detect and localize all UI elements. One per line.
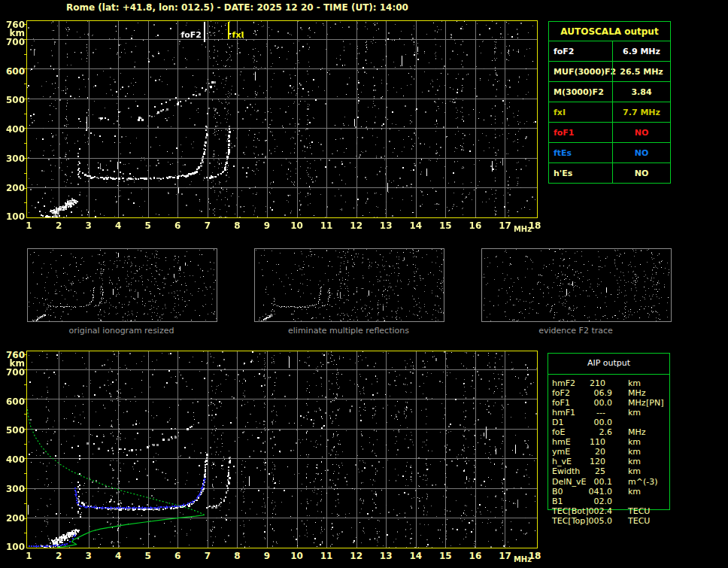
y-tick-label: 700 — [1, 368, 25, 378]
aip-table-title: AIP output — [548, 358, 669, 368]
y-axis-tick — [24, 173, 26, 174]
y-axis-tick — [24, 369, 26, 370]
y-tick-label: 600 — [1, 397, 25, 407]
aip-row-value: 120 — [571, 457, 605, 466]
aip-row-value: 002.4 — [571, 506, 612, 516]
y-axis-tick — [24, 39, 26, 40]
y-tick-label: 400 — [1, 125, 25, 135]
y-axis-tick — [24, 143, 26, 144]
x-tick-label: 7 — [196, 221, 219, 231]
aip-row-value: 00.0 — [571, 418, 612, 427]
autoscala-row-label: MUF(3000)F2 — [549, 62, 612, 81]
x-tick-label: 10 — [286, 221, 308, 231]
aip-row-value: 00.1 — [571, 477, 612, 487]
x-tick-label: 12 — [345, 221, 368, 231]
autoscala-row: fxI7.7 MHz — [549, 102, 670, 122]
x-tick-label: 1 — [18, 551, 41, 561]
y-axis-tick — [24, 414, 26, 415]
aip-row-value: 25 — [571, 466, 605, 476]
thumbnail-canvas-0 — [28, 249, 217, 321]
ionogram-top-canvas — [27, 21, 537, 217]
autoscala-output-table: AUTOSCALA outputfoF26.9 MHzMUF(3000)F226… — [548, 21, 671, 184]
x-tick-label: 13 — [375, 551, 397, 561]
x-tick-label: 7 — [196, 551, 219, 561]
aip-row-label: ymE — [552, 447, 570, 457]
ionogram-bottom-panel — [26, 351, 538, 548]
autoscala-row-label: ftEs — [549, 143, 612, 163]
window-title: Rome (lat: +41.8, lon: 012.5) - DATE: 20… — [66, 2, 408, 13]
x-tick-label: 3 — [77, 551, 100, 561]
autoscala-row-label: foF2 — [549, 41, 612, 61]
autoscala-row-value: NO — [612, 163, 670, 183]
aip-row-unit: km — [628, 437, 641, 447]
thumbnail-1 — [254, 248, 444, 322]
y-axis-tick — [24, 188, 26, 189]
y-tick-label: 400 — [1, 455, 25, 465]
aip-row-unit: MHz — [628, 388, 646, 398]
y-axis-tick — [24, 84, 26, 84]
y-axis-tick — [24, 128, 26, 129]
autoscala-row-label: foF1 — [549, 123, 612, 142]
y-tick-label: 700 — [1, 38, 25, 47]
fof2-marker-line — [204, 22, 205, 42]
aip-row-unit: TECU — [628, 506, 650, 516]
aip-row-value: 00.0 — [571, 398, 612, 408]
y-axis-tick — [24, 533, 26, 533]
thumbnail-2 — [481, 248, 672, 322]
x-tick-label: 15 — [434, 221, 457, 231]
thumbnail-caption-2: evidence F2 trace — [481, 326, 671, 336]
x-tick-label: 2 — [47, 221, 70, 231]
ionogram-bottom-canvas — [27, 351, 537, 548]
autoscala-row: foF26.9 MHz — [549, 41, 670, 61]
y-tick-label: 500 — [1, 96, 25, 105]
y-axis-tick — [24, 202, 26, 203]
aip-title-divider — [548, 374, 669, 375]
thumbnail-caption-1: eliminate multiple reflections — [253, 326, 444, 336]
aip-row-note: [PN] — [646, 398, 663, 408]
autoscala-row: h'EsNO — [549, 163, 670, 183]
aip-row-unit: km — [628, 378, 641, 388]
autoscala-output-window: Rome (lat: +41.8, lon: 012.5) - DATE: 20… — [0, 0, 728, 568]
autoscala-row: foF1NO — [549, 122, 670, 142]
x-axis-unit-label: MHz — [511, 224, 534, 234]
y-axis-tick — [24, 384, 26, 385]
aip-row-label: h_vE — [552, 457, 572, 466]
thumbnail-canvas-1 — [255, 249, 444, 321]
y-axis-tick — [24, 518, 26, 519]
aip-row-unit: km — [628, 457, 641, 466]
aip-row-label: foF1 — [552, 398, 570, 408]
aip-row-value: 06.9 — [571, 388, 612, 398]
aip-row-unit: MHz — [628, 398, 646, 408]
aip-row-label: foE — [552, 427, 566, 437]
x-tick-label: 11 — [315, 221, 338, 231]
foF2-marker-label: foF2 — [168, 30, 202, 40]
x-tick-label: 14 — [405, 551, 427, 561]
autoscala-row: ftEsNO — [549, 142, 670, 163]
x-tick-label: 12 — [345, 551, 368, 561]
aip-row-unit: km — [628, 408, 641, 418]
x-tick-label: 3 — [77, 221, 100, 231]
y-axis-tick — [24, 429, 26, 430]
x-tick-label: 4 — [107, 551, 129, 561]
y-axis-tick — [24, 444, 26, 445]
aip-row-value: 2.6 — [571, 427, 612, 437]
autoscala-row-value: 6.9 MHz — [612, 41, 670, 61]
ionogram-top-panel: foF2fxI — [26, 20, 538, 218]
x-tick-label: 5 — [137, 221, 159, 231]
y-axis-tick — [24, 399, 26, 399]
y-axis-tick — [24, 54, 26, 55]
autoscala-table-title: AUTOSCALA output — [549, 22, 670, 41]
x-tick-label: 4 — [107, 221, 129, 231]
aip-row-value: 20 — [571, 447, 605, 457]
autoscala-row-value: NO — [612, 123, 670, 142]
autoscala-row-value: NO — [612, 143, 670, 163]
aip-row-label: B1 — [552, 497, 563, 506]
autoscala-row-label: M(3000)F2 — [549, 82, 612, 102]
aip-row-value: 041.0 — [571, 487, 612, 497]
y-axis-tick — [24, 458, 26, 459]
aip-row-label: hmE — [552, 437, 571, 447]
aip-row-value: 005.0 — [571, 516, 612, 526]
x-tick-label: 5 — [137, 551, 159, 561]
aip-row-value: 02.0 — [571, 497, 612, 506]
aip-row-unit: km — [628, 466, 641, 476]
